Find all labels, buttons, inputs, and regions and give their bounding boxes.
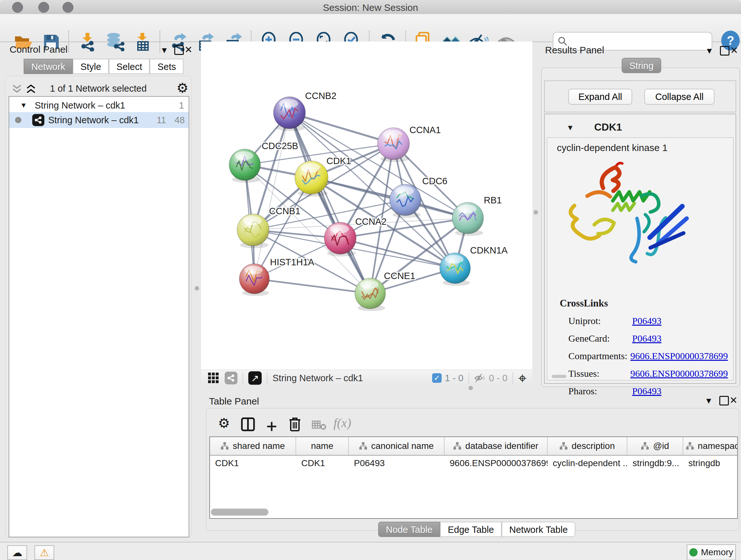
tab-sets[interactable]: Sets [150,59,184,74]
warnings-button[interactable]: ⚠ [35,545,54,560]
collapse-all-button[interactable]: Collapse All [644,89,715,105]
tab-select[interactable]: Select [109,59,150,74]
table-panel-close-icon[interactable]: ✕ [730,395,738,406]
network-canvas[interactable]: CCNB2CCNA1CDC25BCDK1CDC6RB1CCNB1CCNA2CDK… [201,42,532,370]
network-view-toolbar: ↗ String Network – cdk1 ✓ 1 - 0 0 - 0 ⌖ [201,370,532,386]
crosslink-row: Pharos:P06493 [568,382,728,400]
crosslink-label: Uniprot: [568,315,632,326]
column-header-label: name [311,441,333,451]
show-columns-icon[interactable] [241,417,255,431]
node-label-CCNB2: CCNB2 [305,91,336,101]
network-label: String Network – cdk1 [48,115,139,125]
results-panel-float-icon[interactable] [720,46,730,56]
table-cell[interactable]: cyclin-dependent ... [548,455,627,471]
add-column-plus-icon[interactable]: ＋ [263,415,280,437]
node-CDK1[interactable]: CDK1 [295,156,351,197]
network-collection-row[interactable]: ▼ String Network – cdk1 1 [9,98,189,113]
crosslink-link[interactable]: 9606.ENSP00000378699 [630,351,728,361]
tab-node-table[interactable]: Node Table [378,522,440,537]
node-CDKN1A[interactable]: CDKN1A [440,245,508,286]
table-cell[interactable]: CDK1 [210,455,296,471]
table-options-gear-icon[interactable]: ⚙ [218,417,230,430]
tab-style[interactable]: Style [73,59,109,74]
tab-network-table[interactable]: Network Table [502,522,576,537]
crosslink-link[interactable]: 9606.ENSP00000378699 [630,368,728,379]
column-header-canonical-name[interactable]: canonical name [349,437,445,455]
memory-button[interactable]: Memory [687,544,736,560]
network-options-gear-icon[interactable]: ⚙ [177,81,189,95]
network-tree: ▼ String Network – cdk1 1 String Network… [9,96,189,537]
toolbar-separator [68,30,69,52]
network-row[interactable]: String Network – cdk1 11 48 [9,112,189,128]
status-bar: ☁ ⚠ Memory [0,542,741,560]
import-table-file-button[interactable] [132,32,152,52]
results-tab-string[interactable]: String [622,58,661,73]
table-row[interactable]: CDK1CDK1P064939606.ENSP00000378699cyclin… [210,455,737,471]
tree-expand-triangle-icon[interactable]: ▼ [20,101,27,110]
edge-HIST1H1A-CCNE1[interactable] [254,279,370,294]
results-panel-close-icon[interactable]: ✕ [730,45,738,56]
import-network-file-button[interactable] [77,32,98,52]
hidden-eye-icon[interactable] [474,373,486,383]
table-panel-collapse-icon[interactable]: ▼ [704,396,713,406]
control-panel-float-icon[interactable] [174,45,184,55]
column-header-shared-name[interactable]: shared name [210,437,296,455]
node-label-RB1: RB1 [484,195,502,205]
node-CCNA1[interactable]: CCNA1 [378,125,441,162]
results-panel-collapse-icon[interactable]: ▼ [705,46,714,56]
table-panel-float-icon[interactable] [719,396,729,406]
crosslink-link[interactable]: P06493 [632,315,662,326]
cloud-icon: ☁ [12,547,22,559]
tab-edge-table[interactable]: Edge Table [440,522,502,537]
birds-eye-view-icon[interactable]: ↗ [248,371,262,385]
column-header-namespace[interactable]: namespace [683,437,738,455]
control-panel-close-icon[interactable]: ✕ [185,44,192,55]
bottom-splitter-grip[interactable] [468,386,473,390]
main-toolbar: ? [0,14,741,42]
tab-network[interactable]: Network [23,59,73,74]
node-label-HIST1H1A: HIST1H1A [270,257,314,267]
toolbar-divider [468,372,469,384]
right-splitter-grip[interactable] [534,210,538,214]
table-cell[interactable]: stringdb [683,455,738,471]
network-share-view-icon[interactable] [225,372,238,384]
grid-view-icon[interactable] [207,372,219,384]
network-icon [32,114,44,126]
node-RB1[interactable]: RB1 [452,195,502,236]
selected-checkbox-icon[interactable]: ✓ [432,373,442,383]
table-horizontal-scrollbar[interactable] [211,509,268,516]
node-CCNE1[interactable]: CCNE1 [355,271,415,311]
node-label-CDK1: CDK1 [327,156,351,166]
network-edge-count: 48 [175,115,185,125]
node-CDC6[interactable]: CDC6 [390,176,448,218]
protein-collapse-triangle-icon[interactable]: ▼ [566,123,574,132]
delete-trash-icon[interactable] [288,417,301,432]
crosslink-link[interactable]: P06493 [632,333,662,344]
selected-count: 1 - 0 [445,373,463,383]
expand-all-button[interactable]: Expand All [568,89,632,105]
table-cell[interactable]: stringdb:9... [627,455,683,471]
shared-column-icon [220,442,229,450]
control-panel-collapse-icon[interactable]: ▼ [160,45,169,55]
table-cell[interactable]: CDK1 [296,455,349,471]
results-horizontal-scrollbar[interactable] [552,375,566,378]
node-CCNB1[interactable]: CCNB1 [237,206,300,248]
shared-column-icon [559,442,568,450]
network-graph[interactable]: CCNB2CCNA1CDC25BCDK1CDC6RB1CCNB1CCNA2CDK… [201,42,532,370]
crosslink-link[interactable]: P06493 [632,386,662,396]
table-cell[interactable]: P06493 [349,455,445,471]
import-network-database-button[interactable] [105,32,125,52]
cloud-status-button[interactable]: ☁ [7,545,27,560]
protein-description: cyclin-dependent kinase 1 [557,142,668,153]
toolbar-divider [513,372,513,384]
node-HIST1H1A[interactable]: HIST1H1A [239,257,314,296]
column-header-database-identifier[interactable]: database identifier [445,437,548,455]
column-header-name[interactable]: name [296,437,349,455]
edge-CCNB2-CCNA1[interactable] [289,113,394,144]
left-splitter-grip[interactable] [195,286,199,291]
column-header-description[interactable]: description [548,437,627,455]
crosshair-icon[interactable]: ⌖ [518,371,527,385]
table-cell[interactable]: 9606.ENSP00000378699 [445,455,548,471]
protein-structure-image[interactable] [565,158,696,266]
column-header--id[interactable]: @id [627,437,683,455]
